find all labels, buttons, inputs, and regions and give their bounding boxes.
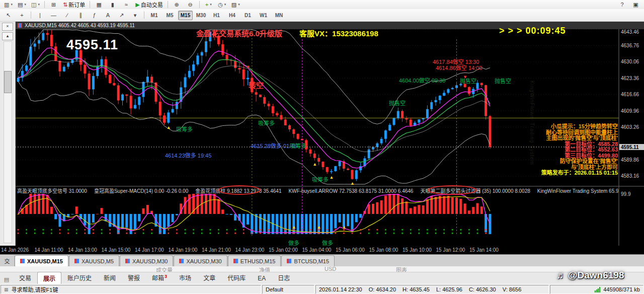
periods-button[interactable]: ◷▾ bbox=[216, 1, 228, 9]
price-scale-label: 4603.26 bbox=[621, 124, 639, 130]
toolbox-tabs-bar: ▤ 交易展示账户历史新闻警报邮箱3市场文章代码库EA日志 bbox=[0, 272, 644, 284]
time-axis[interactable]: 14 Jan 202614 Jan 11:0014 Jan 13:0014 Ja… bbox=[0, 246, 644, 254]
arrows-button[interactable]: ↗ bbox=[115, 10, 128, 21]
timeframe-button-m15[interactable]: M15 bbox=[178, 11, 193, 20]
dropdown-arrow-icon[interactable]: ▾ bbox=[238, 3, 240, 7]
chart-tab[interactable]: XAUUSD,M30 bbox=[174, 255, 227, 266]
dropdown-arrow-icon[interactable]: ▾ bbox=[11, 3, 13, 7]
zoom-in-button[interactable]: ⊕ bbox=[171, 1, 183, 9]
timeframe-button-m30[interactable]: M30 bbox=[194, 11, 208, 20]
scrollbar-thumb[interactable] bbox=[4, 71, 12, 93]
dropdown-arrow-icon[interactable]: ▾ bbox=[210, 3, 212, 7]
templates-button[interactable]: ▨▾ bbox=[229, 1, 242, 9]
chart-tab[interactable]: BTCUSD,M15 bbox=[281, 255, 335, 266]
toolbox-tab-文章[interactable]: 文章 bbox=[197, 271, 221, 284]
toolbox-tab-账户历史[interactable]: 账户历史 bbox=[61, 271, 98, 284]
layouts-button[interactable]: ◫▾ bbox=[29, 1, 42, 9]
toolbox-tabs-list: 交易展示账户历史新闻警报邮箱3市场文章代码库EA日志 bbox=[13, 272, 296, 284]
chart-tab[interactable]: XAUUSD,M5 bbox=[69, 255, 119, 266]
toolbox-tab-label: 日志 bbox=[278, 275, 290, 282]
timeframe-button-d1[interactable]: D1 bbox=[240, 11, 255, 20]
vertical-scrollbar[interactable] bbox=[4, 41, 12, 243]
connection-status-icon[interactable] bbox=[595, 287, 600, 292]
collapse-panel-button[interactable]: ▴ bbox=[2, 32, 13, 40]
chart-tab[interactable]: XAUUSD,M15 bbox=[15, 255, 68, 266]
toolbox-tab-label: 邮箱 bbox=[152, 275, 164, 282]
toolbox-tab-交易[interactable]: 交易 bbox=[13, 271, 37, 284]
shapes-dropdown[interactable]: ▾ bbox=[129, 10, 141, 21]
cursor-button[interactable]: ↖ bbox=[2, 10, 15, 21]
indicator-scale-label: 99.9 bbox=[621, 191, 631, 197]
chart-titlebar[interactable]: XAUUSD,M15 4605.42 4605.43 4593.19 4595.… bbox=[15, 21, 644, 29]
bar-info-segment: C: 4626.30 bbox=[469, 286, 496, 292]
new-order-button[interactable]: ⇅新订单 bbox=[61, 1, 87, 9]
svg-text:4595.11: 4595.11 bbox=[621, 144, 639, 150]
watermark-handle: @Dawn6198 bbox=[568, 270, 624, 281]
community-button[interactable]: ▣ bbox=[629, 1, 642, 9]
toolbox-tab-代码库[interactable]: 代码库 bbox=[221, 271, 252, 284]
community-icon: ▣ bbox=[633, 2, 638, 8]
zoom-out-button[interactable]: ⊖ bbox=[184, 1, 197, 9]
toolbox-tab-新闻[interactable]: 新闻 bbox=[98, 271, 122, 284]
profiles-button[interactable]: ▤▾ bbox=[16, 1, 28, 9]
chart-tabs-bar: 交 XAUUSD,M15XAUUSD,M5XAUUSD,M30XAUUSD,M3… bbox=[0, 254, 644, 266]
timeframe-button-mn[interactable]: MN bbox=[272, 11, 286, 20]
market-watch-button[interactable]: ⊞ bbox=[47, 1, 60, 9]
close-panel-button[interactable]: × bbox=[2, 23, 13, 31]
status-icon: ▦ bbox=[4, 287, 9, 292]
toolbox-tab-label: 展示 bbox=[43, 275, 55, 282]
vertical-line-icon: | bbox=[39, 13, 41, 18]
timeframe-button-h1[interactable]: H1 bbox=[209, 11, 224, 20]
timeframe-button-m5[interactable]: M5 bbox=[163, 11, 177, 20]
toolbox-tab-展示[interactable]: 展示 bbox=[37, 272, 61, 284]
price-chart[interactable]: ▲▲▲▲▼▼4643.464636.764630.064623.364616.6… bbox=[15, 29, 644, 246]
vertical-line-button[interactable]: | bbox=[34, 10, 46, 21]
bar-info-segment: O: 4634.20 bbox=[369, 286, 396, 292]
time-axis-label: 14 Jan 23:00 bbox=[235, 247, 265, 253]
trendline-button[interactable]: ∕ bbox=[61, 10, 73, 21]
new-chart-icon: ▥ bbox=[4, 2, 9, 8]
active-profile[interactable]: Default bbox=[262, 285, 314, 294]
buy-arrow-marker: ▲ bbox=[317, 225, 321, 230]
toolbox-tab-EA[interactable]: EA bbox=[252, 273, 272, 284]
time-axis-label: 15 Jan 14:00 bbox=[469, 247, 499, 253]
toolbox-tab-警报[interactable]: 警报 bbox=[122, 271, 146, 284]
toolbox-tab-label: 新闻 bbox=[104, 275, 116, 282]
new-chart-button[interactable]: ▥▾ bbox=[2, 1, 15, 9]
crosshair-button[interactable]: + bbox=[16, 10, 28, 21]
dropdown-arrow-icon[interactable]: ▾ bbox=[38, 3, 40, 7]
time-axis-label: 15 Jan 08:00 bbox=[369, 247, 398, 253]
toolbox-tab-邮箱[interactable]: 邮箱3 bbox=[146, 271, 173, 284]
bar-info-segment: L: 4625.96 bbox=[436, 286, 462, 292]
dropdown-arrow-icon[interactable]: ▾ bbox=[24, 3, 26, 7]
toolbox-tab-日志[interactable]: 日志 bbox=[272, 271, 296, 284]
timeframe-button-m1[interactable]: M1 bbox=[147, 11, 162, 20]
fibonacci-button[interactable]: ƒ bbox=[88, 10, 101, 21]
chart-tab[interactable]: XAUUSD,M30 bbox=[120, 255, 173, 266]
toolbox-tab-市场[interactable]: 市场 bbox=[173, 271, 197, 284]
time-axis-label: 15 Jan 10:00 bbox=[403, 247, 432, 253]
chart-bars-button[interactable]: ▦ bbox=[93, 1, 105, 9]
indicators-button[interactable]: +▾ bbox=[202, 1, 215, 9]
toolbox-column-header: USD bbox=[325, 266, 336, 272]
chart-window: XAUUSD,M15 4605.42 4605.43 4593.19 4595.… bbox=[15, 21, 644, 246]
chart-tab-icon bbox=[125, 259, 130, 263]
timeframe-button-w1[interactable]: W1 bbox=[256, 11, 271, 20]
chart-line-button[interactable]: ≈ bbox=[120, 1, 132, 9]
price-scale-label: 4630.06 bbox=[621, 59, 639, 64]
dropdown-arrow-icon[interactable]: ▾ bbox=[224, 3, 226, 7]
status-bar: ▦ 寻求帮助,请按F1键 Default 2026.01.14 22:30O: … bbox=[0, 284, 644, 294]
channel-button[interactable]: ∥ bbox=[74, 10, 87, 21]
time-axis-label: 14 Jan 13:00 bbox=[68, 247, 97, 253]
toolbox-menu-icon[interactable]: ▤ bbox=[0, 274, 13, 284]
chart-tab[interactable]: ETHUSD,M15 bbox=[228, 255, 281, 266]
chart-candles-button[interactable]: ▮ bbox=[106, 1, 119, 9]
horizontal-line-button[interactable]: — bbox=[47, 10, 60, 21]
docked-panel-stub[interactable]: 交 bbox=[0, 255, 15, 266]
autotrading-button[interactable]: ▶自动交易 bbox=[133, 1, 165, 9]
toolbox-tab-label: 账户历史 bbox=[67, 275, 92, 282]
text-icon: A bbox=[106, 13, 110, 18]
text-button[interactable]: A bbox=[102, 10, 114, 21]
timeframe-button-h4[interactable]: H4 bbox=[225, 11, 239, 20]
help-button[interactable]: ? bbox=[616, 1, 628, 9]
